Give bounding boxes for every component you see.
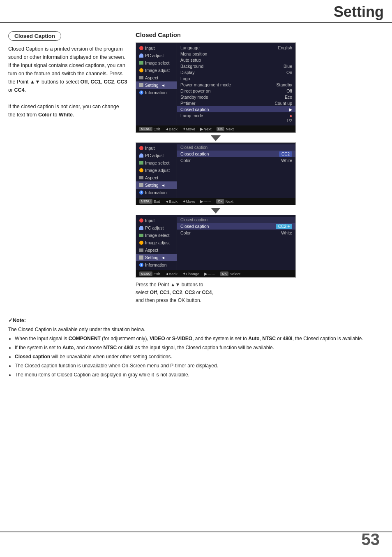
sidebar-item-setting[interactable]: Setting ◄ (136, 81, 177, 89)
menu-row-powermgmt: Power management modeStandby (177, 81, 295, 88)
footer2-back: ◄Back (165, 199, 178, 204)
sidebar-item-input[interactable]: Input (136, 44, 177, 52)
menu-footer-3: MENU Exit ◄Back ✦Change ▶------ OK Selec… (136, 270, 295, 277)
cc-value-badge: CC2 (279, 151, 292, 157)
menu-row-display: DisplayOn (177, 69, 295, 75)
pcadjust-icon (139, 53, 143, 58)
info-icon: i (139, 91, 143, 95)
footer3-back: ◄Back (165, 272, 178, 276)
setting2-arrow: ◄ (161, 183, 165, 188)
imageadjust3-icon (139, 241, 143, 245)
sub-header-3: Closed caption (177, 217, 295, 223)
note-item-4: The Closed caption function is unavailab… (15, 362, 384, 370)
sidebar3-imageselect[interactable]: Image select (136, 232, 177, 239)
aspect-icon (139, 76, 143, 79)
sidebar2-input[interactable]: Input (136, 144, 177, 152)
sub-row-cc[interactable]: Closed caption CC2 (177, 151, 295, 157)
setting3-arrow: ◄ (161, 255, 165, 260)
sidebar3-input[interactable]: Input (136, 217, 177, 224)
sidebar-item-pcadjust[interactable]: PC adjust (136, 52, 177, 59)
note-title: ✓Note: (8, 317, 384, 323)
note-intro: The Closed Caption is available only und… (8, 326, 384, 333)
menu-sidebar-3: Input PC adjust Image select Image adjus… (136, 215, 177, 270)
note-item-1: When the input signal is COMPONENT (for … (15, 335, 384, 343)
bottom-border (0, 531, 392, 532)
menu-row-ptimer: P=timerCount up (177, 100, 295, 106)
sidebar-setting-label: Setting (145, 83, 159, 88)
sidebar2-information[interactable]: i Information (136, 189, 177, 196)
menu-row-menupos: Menu position (177, 51, 295, 57)
footer-next: ▶Next (200, 127, 212, 131)
sub-row-cc3[interactable]: Closed caption CC2 ÷ (177, 223, 295, 230)
sidebar-item-imageadjust[interactable]: Image adjust (136, 67, 177, 74)
pcadjust3-icon (139, 226, 143, 230)
menu-row-background: BackgroundBlue (177, 63, 295, 69)
note-item-5: The menu items of Closed Caption are dis… (15, 371, 384, 379)
page-header: Setting (0, 0, 392, 23)
menu-body-1: Input PC adjust Image select Image adjus… (136, 43, 295, 125)
arrow-down-2 (136, 208, 296, 214)
sidebar3-information[interactable]: i Information (136, 261, 177, 269)
press-note: Press the Point ▲▼ buttons to select Off… (136, 281, 384, 305)
sidebar-item-aspect[interactable]: Aspect (136, 74, 177, 81)
menu-row-directpower: Direct power onOff (177, 88, 295, 94)
sidebar2-imageadjust[interactable]: Image adjust (136, 167, 177, 174)
sidebar2-imageselect[interactable]: Image select (136, 159, 177, 167)
setting-arrow: ◄ (161, 83, 165, 88)
pcadjust2-icon (139, 153, 143, 158)
cc-label-box: Closed Caption (8, 31, 61, 41)
footer-move: ✦Move (182, 127, 195, 131)
sidebar3-aspect[interactable]: Aspect (136, 246, 177, 254)
arrow-shape-1 (211, 135, 221, 141)
info3-icon: i (139, 263, 143, 267)
page-title: Setting (334, 3, 384, 21)
sidebar3-imageadjust[interactable]: Image adjust (136, 239, 177, 246)
menu-footer-2: MENU Exit ◄Back ✦Move ▶------ OK Next (136, 198, 295, 205)
menu-row-autosetup: Auto setup (177, 57, 295, 63)
menu-main-3: Closed caption Closed caption CC2 ÷ Colo… (177, 215, 295, 270)
menu-row-logo: Logo (177, 75, 295, 81)
footer3-next: ▶------ (204, 272, 215, 276)
menu-panel-2: Input PC adjust Image select Image adjus… (136, 142, 296, 205)
sidebar2-setting[interactable]: Setting ◄ (136, 181, 177, 189)
sidebar-item-imageselect[interactable]: Image select (136, 59, 177, 67)
imageselect3-icon (139, 234, 143, 237)
sidebar-item-information[interactable]: i Information (136, 89, 177, 96)
aspect3-icon (139, 248, 143, 252)
sidebar-imageselect-label: Image select (145, 60, 170, 65)
menu-sidebar-1: Input PC adjust Image select Image adjus… (136, 43, 177, 125)
arrow-shape-2 (211, 208, 221, 214)
footer-back: ◄Back (165, 127, 178, 131)
cc-value-edit-badge: CC2 ÷ (276, 224, 292, 229)
page-fraction: 1/2 (177, 118, 295, 124)
sidebar3-pcadjust[interactable]: PC adjust (136, 224, 177, 232)
sidebar2-aspect[interactable]: Aspect (136, 174, 177, 181)
note-list: When the input signal is COMPONENT (for … (8, 335, 384, 379)
page-number: 53 (362, 530, 380, 549)
menu-body-3: Input PC adjust Image select Image adjus… (136, 215, 295, 270)
menu-panel-1: Input PC adjust Image select Image adjus… (136, 42, 296, 133)
sidebar-pcadjust-label: PC adjust (145, 53, 164, 58)
menu-row-closedcaption[interactable]: Closed caption▶ (177, 106, 295, 112)
menu-sidebar-2: Input PC adjust Image select Image adjus… (136, 143, 177, 198)
imageadjust-icon (139, 68, 143, 72)
right-col-title: Closed Caption (136, 31, 384, 38)
sidebar-aspect-label: Aspect (145, 75, 158, 80)
info2-icon: i (139, 190, 143, 195)
menu-body-2: Input PC adjust Image select Image adjus… (136, 143, 295, 198)
sub-row-color: Color White (177, 157, 295, 163)
input-icon (139, 46, 143, 50)
sidebar2-pcadjust[interactable]: PC adjust (136, 152, 177, 159)
main-content: Closed Caption Closed Caption is a print… (0, 23, 392, 305)
note-item-2: If the system is set to Auto, and choose… (15, 344, 384, 352)
description-text: Closed Caption is a printed version of t… (8, 45, 127, 119)
setting-icon (139, 83, 143, 87)
input3-icon (139, 218, 143, 223)
sidebar-info-label: Information (145, 90, 167, 95)
imageselect-icon (139, 61, 143, 65)
footer2-move: ✦Move (182, 199, 195, 204)
sidebar3-setting[interactable]: Setting ◄ (136, 254, 177, 261)
left-column: Closed Caption Closed Caption is a print… (8, 31, 127, 305)
footer3-ok: OK Select (220, 272, 240, 276)
footer-exit: MENU Exit (139, 127, 160, 131)
